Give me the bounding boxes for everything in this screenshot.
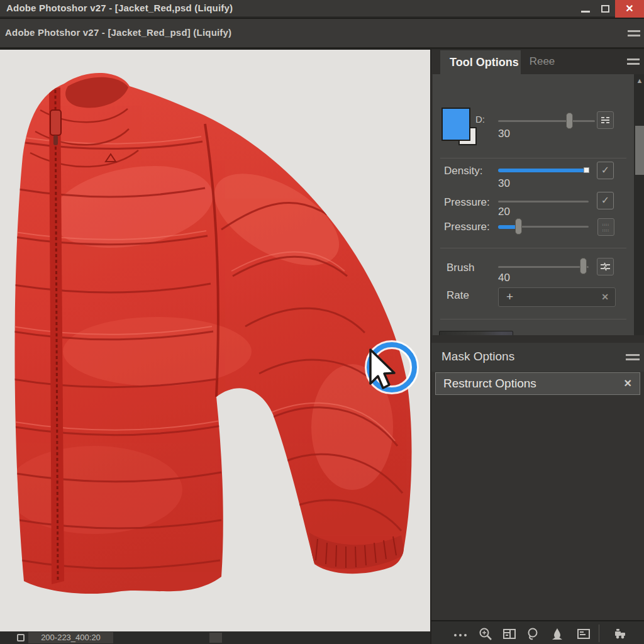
document-title: Adobe Photshor v27 - [Jacket_Red_psd] (L…	[5, 27, 231, 38]
scroll-up-arrow[interactable]: ▲	[634, 77, 644, 84]
maximize-icon	[601, 5, 609, 13]
hamburger-menu-icon[interactable]	[628, 28, 640, 39]
tool-options-content: D: 30 Density: ✓ 30 Pressure: ✓ 20 Press…	[433, 74, 634, 335]
panel-menu-icon[interactable]	[627, 56, 640, 67]
lasso-icon[interactable]	[525, 626, 540, 641]
brush-label: Brush	[447, 262, 474, 274]
brush-value: 40	[498, 272, 510, 284]
opacity-options-button[interactable]	[597, 111, 614, 129]
density-label: Density:	[444, 165, 482, 177]
canvas-area[interactable]	[0, 50, 430, 631]
mini-text-icon: ∷∷∷∷	[598, 219, 614, 233]
plus-icon[interactable]: +	[506, 290, 513, 304]
right-panel: Tool Options Reee D: 30 Density: ✓ 30 Pr…	[430, 49, 644, 644]
droplet-icon[interactable]	[550, 626, 565, 641]
status-segment	[209, 633, 222, 643]
restruct-options-title: Restrurct Options	[443, 377, 536, 391]
document-title-bar: Adobe Photshor v27 - [Jacket_Red_psd] (L…	[0, 19, 644, 48]
density-checkbox[interactable]: ✓	[597, 162, 614, 179]
opacity-label: D:	[475, 114, 485, 125]
minimize-button[interactable]	[576, 0, 595, 18]
pressure2-options-button[interactable]: ∷∷∷∷	[597, 218, 614, 236]
pressure2-slider-handle[interactable]	[515, 218, 522, 235]
scrollbar-thumb[interactable]	[635, 126, 644, 175]
tab-tool-options[interactable]: Tool Options	[440, 50, 521, 74]
opacity-value: 30	[498, 128, 510, 140]
jacket-image	[0, 50, 430, 631]
opacity-slider-handle[interactable]	[566, 113, 573, 129]
mask-options-header[interactable]: Mask Options	[431, 343, 644, 372]
pressure1-checkbox[interactable]: ✓	[597, 192, 614, 209]
list-icon	[597, 112, 613, 128]
document-icon[interactable]	[17, 634, 25, 641]
pressure2-label: Pressure:	[444, 221, 490, 233]
maximize-button[interactable]	[596, 0, 615, 18]
density-slider-handle[interactable]	[584, 167, 589, 173]
icon-separator	[599, 625, 599, 642]
check-icon: ✓	[601, 195, 609, 206]
settings-cluster-icon[interactable]	[613, 626, 628, 641]
zoom-icon[interactable]	[478, 626, 493, 641]
opacity-slider[interactable]	[498, 120, 595, 122]
rate-label: Rate	[447, 289, 469, 302]
panel-bottom-bar	[431, 620, 644, 644]
restruct-options-bar[interactable]: Restrurct Options ✕	[435, 372, 640, 395]
adjust-icon	[597, 258, 613, 275]
window-title-bar: Adobe Photoshor v27 - [Jacket_Red,psd (L…	[0, 0, 644, 18]
density-value: 30	[498, 177, 510, 190]
status-bar: 200-223_400:20	[0, 631, 430, 644]
close-button[interactable]: ✕	[615, 0, 644, 18]
brush-slider[interactable]	[498, 266, 589, 268]
tab-reee[interactable]: Reee	[523, 49, 561, 74]
rate-input[interactable]: + ✕	[498, 287, 616, 307]
close-icon[interactable]: ✕	[624, 377, 632, 389]
more-options-icon[interactable]	[453, 626, 468, 641]
mask-options-title: Mask Options	[441, 350, 514, 364]
density-slider[interactable]	[498, 169, 589, 172]
panels-icon[interactable]	[502, 626, 517, 641]
window-title: Adobe Photoshor v27 - [Jacket_Red,psd (L…	[6, 3, 233, 13]
clear-icon[interactable]: ✕	[601, 292, 609, 302]
image-frame-icon[interactable]	[576, 626, 591, 641]
pressure1-value: 20	[498, 206, 510, 218]
check-icon: ✓	[601, 165, 609, 175]
pressure1-slider[interactable]	[498, 201, 589, 203]
panel-scrollbar[interactable]: ▲	[634, 74, 644, 335]
foreground-color-swatch[interactable]	[441, 108, 470, 141]
status-coordinates: 200-223_400:20	[28, 632, 113, 643]
brush-slider-handle[interactable]	[580, 258, 587, 274]
pressure1-label: Pressure:	[444, 196, 490, 209]
panel-tab-bar: Tool Options Reee	[431, 49, 644, 74]
minimize-icon	[581, 11, 590, 13]
brush-options-button[interactable]	[597, 258, 614, 275]
mask-options-menu-icon[interactable]	[626, 352, 640, 363]
